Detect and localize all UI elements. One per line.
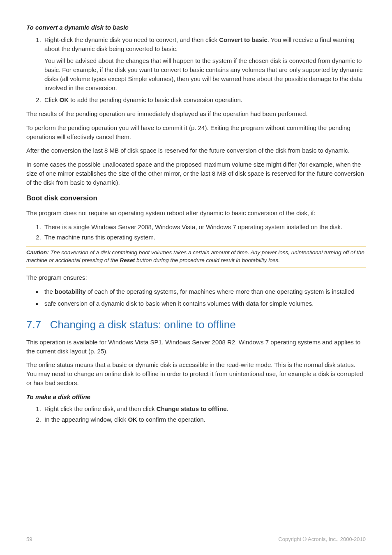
text: to add the pending dynamic to basic disk… <box>69 96 242 103</box>
list-item: the bootability of each of the operating… <box>43 287 366 296</box>
text: In the appearing window, click <box>44 416 128 423</box>
text: for simple volumes. <box>259 300 314 307</box>
boot-step-1: There is a single Windows Server 2008, W… <box>43 223 366 232</box>
bold: Change status to offline <box>157 405 227 412</box>
text: Click <box>44 96 60 103</box>
section-number: 7.7 <box>26 318 41 331</box>
text: . <box>226 405 228 412</box>
convert-step-1-detail: You will be advised about the changes th… <box>44 56 366 92</box>
copyright: Copyright © Acronis, Inc., 2000-2010 <box>278 536 366 543</box>
paragraph: To perform the pending operation you wil… <box>26 123 366 142</box>
page-number: 59 <box>26 536 32 543</box>
convert-step-2: Click OK to add the pending dynamic to b… <box>43 95 366 104</box>
ensures-list: the bootability of each of the operating… <box>26 287 366 309</box>
text: of each of the operating systems, for ma… <box>86 288 355 295</box>
bold: with data <box>232 300 259 307</box>
paragraph: The online status means that a basic or … <box>26 360 366 387</box>
section-title: Changing a disk status: online to offlin… <box>50 318 236 331</box>
text: Right click the online disk, and then cl… <box>44 405 157 412</box>
paragraph: The program does not require an operatin… <box>26 209 366 218</box>
paragraph: The results of the pending operation are… <box>26 109 366 118</box>
offline-steps: Right click the online disk, and then cl… <box>26 404 366 424</box>
paragraph: After the conversion the last 8 MB of di… <box>26 146 366 155</box>
subheading-offline: To make a disk offline <box>26 392 366 402</box>
offline-step-2: In the appearing window, click OK to con… <box>43 415 366 424</box>
subheading-convert: To convert a dynamic disk to basic <box>26 23 366 32</box>
bold: Reset <box>120 257 135 263</box>
list-item: safe conversion of a dynamic disk to bas… <box>43 299 366 308</box>
offline-step-1: Right click the online disk, and then cl… <box>43 404 366 413</box>
convert-step-1: Right-click the dynamic disk you need to… <box>43 35 366 93</box>
text: safe conversion of a dynamic disk to bas… <box>44 300 232 307</box>
text: button during the procedure could result… <box>135 257 280 263</box>
bold: bootability <box>55 288 86 295</box>
bold: OK <box>60 96 69 103</box>
bold: OK <box>128 416 137 423</box>
caution-label: Caution: <box>26 249 49 255</box>
heading-boot-conversion: Boot disk conversion <box>26 193 366 204</box>
section-heading-7-7: 7.7 Changing a disk status: online to of… <box>26 317 366 333</box>
convert-steps: Right-click the dynamic disk you need to… <box>26 35 366 104</box>
boot-steps: There is a single Windows Server 2008, W… <box>26 223 366 242</box>
bold: Convert to basic <box>219 36 267 43</box>
boot-step-2: The machine runs this operating system. <box>43 233 366 242</box>
caution-box: Caution: The conversion of a disk contai… <box>26 246 366 267</box>
paragraph: In some cases the possible unallocated s… <box>26 160 366 187</box>
text: Right-click the dynamic disk you need to… <box>44 36 219 43</box>
text: to confirm the operation. <box>137 416 205 423</box>
paragraph: The program ensures: <box>26 273 366 282</box>
text: the <box>44 288 55 295</box>
page-footer: 59 Copyright © Acronis, Inc., 2000-2010 <box>26 536 366 543</box>
paragraph: This operation is available for Windows … <box>26 338 366 356</box>
